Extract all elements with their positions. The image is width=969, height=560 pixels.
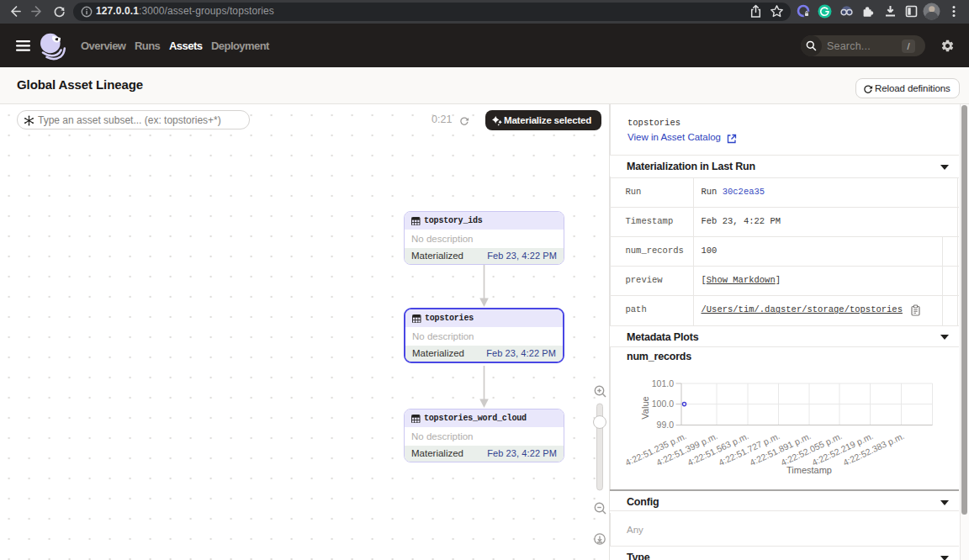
svg-text:Timestamp: Timestamp [786, 465, 832, 475]
svg-text:99.0: 99.0 [657, 420, 675, 430]
svg-text:100.0: 100.0 [652, 399, 674, 409]
svg-text:101.0: 101.0 [652, 378, 674, 388]
svg-text:Value: Value [640, 396, 650, 419]
